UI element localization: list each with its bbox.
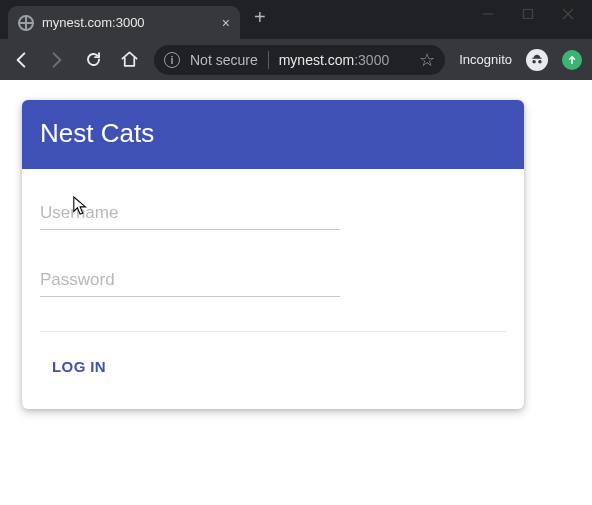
card-body: LOG IN bbox=[22, 169, 524, 409]
incognito-icon bbox=[526, 49, 548, 71]
browser-tab[interactable]: mynest.com:3000 × bbox=[8, 6, 240, 39]
globe-icon bbox=[18, 15, 34, 31]
close-tab-icon[interactable]: × bbox=[222, 15, 230, 31]
back-button[interactable] bbox=[10, 49, 32, 71]
login-card: Nest Cats LOG IN bbox=[22, 100, 524, 409]
browser-toolbar: i Not secure mynest.com:3000 ☆ Incognito bbox=[0, 39, 592, 80]
divider bbox=[40, 331, 506, 332]
extension-badge-icon[interactable] bbox=[562, 50, 582, 70]
home-button[interactable] bbox=[118, 49, 140, 71]
page-viewport: Nest Cats LOG IN bbox=[0, 80, 592, 505]
url-text: mynest.com:3000 bbox=[279, 52, 390, 68]
forward-button[interactable] bbox=[46, 49, 68, 71]
address-bar[interactable]: i Not secure mynest.com:3000 ☆ bbox=[154, 45, 445, 75]
new-tab-button[interactable]: + bbox=[246, 6, 274, 33]
password-input[interactable] bbox=[40, 264, 340, 297]
info-icon: i bbox=[164, 52, 180, 68]
bookmark-star-icon[interactable]: ☆ bbox=[419, 49, 435, 71]
minimize-button[interactable] bbox=[482, 6, 494, 18]
url-host: mynest.com bbox=[279, 52, 354, 68]
maximize-button[interactable] bbox=[522, 6, 534, 18]
tab-title: mynest.com:3000 bbox=[42, 15, 214, 30]
username-input[interactable] bbox=[40, 197, 340, 230]
reload-button[interactable] bbox=[82, 49, 104, 71]
incognito-label: Incognito bbox=[459, 52, 512, 67]
close-window-button[interactable] bbox=[562, 6, 574, 18]
card-title: Nest Cats bbox=[22, 100, 524, 169]
window-controls bbox=[482, 0, 592, 18]
security-label: Not secure bbox=[190, 52, 258, 68]
login-button[interactable]: LOG IN bbox=[40, 346, 118, 387]
svg-rect-1 bbox=[524, 10, 533, 19]
separator bbox=[268, 51, 269, 69]
url-port: :3000 bbox=[354, 52, 389, 68]
